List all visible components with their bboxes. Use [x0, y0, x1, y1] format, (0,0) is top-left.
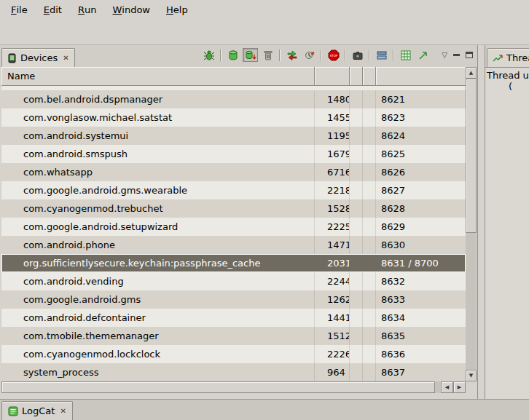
column-header[interactable]: [376, 67, 466, 86]
process-pid: 1512: [315, 327, 350, 345]
cell-spacer: [350, 327, 363, 345]
menu-file[interactable]: File: [3, 0, 36, 20]
update-threads-button[interactable]: [284, 48, 299, 62]
process-name: com.cyanogenmod.lockclock: [1, 345, 315, 363]
column-header[interactable]: [315, 67, 350, 86]
toolbar-separator: [369, 49, 370, 61]
debug-process-button[interactable]: [201, 48, 216, 62]
pixel-perfect-button[interactable]: [415, 48, 431, 62]
cell-spacer: [350, 236, 363, 254]
scroll-right-button[interactable]: ▶: [453, 381, 466, 393]
right-arrow-icon: ▶: [458, 384, 461, 390]
svg-text:STOP: STOP: [330, 53, 338, 57]
horizontal-scroll-thumb[interactable]: [1, 381, 435, 393]
table-row[interactable]: com.android.defcontainer144118634: [1, 309, 466, 327]
scroll-down-button[interactable]: ▼: [466, 370, 477, 381]
process-name: com.android.defcontainer: [1, 309, 315, 327]
screen-capture-button[interactable]: [350, 48, 365, 62]
method-profiling-button[interactable]: [302, 48, 317, 62]
process-table: Name com.bel.android.dspmanager14808621 …: [1, 67, 466, 381]
process-name: org.sufficientlysecure.keychain:passphra…: [1, 254, 315, 272]
table-row[interactable]: com.whatsapp67168626: [1, 163, 466, 181]
process-port: 8624: [376, 127, 466, 145]
table-row[interactable]: com.android.smspush16798625: [1, 145, 466, 163]
process-pid: 964: [315, 363, 350, 381]
cell-spacer: [363, 163, 376, 181]
process-name: com.vonglasow.michael.satstat: [1, 108, 315, 127]
column-header-name[interactable]: Name: [1, 67, 315, 86]
table-row[interactable]: com.android.systemui11958624: [1, 127, 466, 145]
cell-spacer: [363, 127, 376, 145]
cell-spacer: [350, 127, 363, 145]
panel-sash[interactable]: [478, 45, 485, 399]
diagonal-arrow-icon: [418, 49, 429, 61]
menu-run[interactable]: Run: [70, 0, 105, 20]
process-port: 8627: [376, 181, 466, 199]
threads-message-line: (: [487, 81, 528, 92]
scroll-up-button[interactable]: ▲: [466, 67, 477, 79]
table-row[interactable]: com.cyanogenmod.lockclock222658636: [1, 345, 466, 363]
table-row[interactable]: com.android.phone14718630: [1, 236, 466, 254]
process-pid: 1528: [315, 199, 350, 218]
maximize-icon[interactable]: [466, 52, 473, 58]
bottom-tab-bar: LogCat ✕: [0, 399, 529, 420]
cell-spacer: [363, 90, 376, 108]
bug-icon: [203, 49, 215, 61]
stop-process-button[interactable]: STOP: [326, 48, 341, 62]
layers-icon: [376, 49, 388, 61]
close-icon[interactable]: ✕: [61, 54, 68, 62]
menu-accel: F: [11, 4, 16, 15]
update-heap-button[interactable]: [225, 48, 240, 62]
threads-update-icon: [286, 49, 298, 61]
menu-help[interactable]: Help: [158, 0, 196, 20]
process-pid: 12623: [315, 290, 350, 309]
cell-spacer: [350, 145, 363, 163]
close-icon[interactable]: ✕: [58, 407, 66, 415]
process-pid: 22265: [315, 345, 350, 363]
process-port: 8621: [376, 90, 466, 108]
table-row[interactable]: com.android.vending224408632: [1, 272, 466, 290]
table-row-selected[interactable]: org.sufficientlysecure.keychain:passphra…: [1, 254, 466, 272]
menu-accel: H: [166, 4, 173, 15]
threads-message: Thread up (: [485, 67, 529, 399]
dump-hprof-button[interactable]: [243, 48, 258, 62]
menu-accel: R: [78, 4, 85, 15]
menu-bar: File Edit Run Window Help: [0, 0, 529, 20]
vertical-scroll-thumb[interactable]: [466, 79, 477, 233]
table-row[interactable]: com.google.android.gms126238633: [1, 290, 466, 309]
table-row[interactable]: com.bel.android.dspmanager14808621: [1, 90, 466, 108]
horizontal-scrollbar[interactable]: ◀ ▶: [1, 381, 466, 393]
minimize-icon[interactable]: [453, 54, 460, 56]
cause-gc-button[interactable]: [260, 48, 275, 62]
hierarchy-view-button[interactable]: [398, 48, 413, 62]
cell-spacer: [350, 254, 363, 272]
cell-spacer: [350, 181, 363, 199]
menu-label: dit: [50, 4, 62, 15]
stop-icon: STOP: [328, 49, 340, 61]
process-pid: 20311: [315, 254, 350, 272]
table-row[interactable]: com.google.android.gms.wearable221858627: [1, 181, 466, 199]
threads-tab-bar: Threads: [485, 45, 529, 67]
dump-view-hierarchy-button[interactable]: [374, 48, 389, 62]
table-row[interactable]: com.google.android.setupwizard222508629: [1, 218, 466, 236]
view-menu-icon[interactable]: ▽: [442, 52, 447, 59]
table-row[interactable]: com.tmobile.thememanager15128635: [1, 327, 466, 345]
menu-edit[interactable]: Edit: [36, 0, 70, 20]
devices-view: Devices ✕: [0, 45, 478, 399]
menu-window[interactable]: Window: [104, 0, 158, 20]
scroll-left-button[interactable]: ◀: [441, 381, 453, 393]
tab-threads[interactable]: Threads: [487, 48, 529, 67]
process-pid: 1480: [315, 90, 350, 108]
tab-devices[interactable]: Devices ✕: [1, 48, 75, 67]
cell-spacer: [350, 290, 363, 309]
column-header[interactable]: [350, 67, 363, 86]
table-row[interactable]: com.cyanogenmod.trebuchet15288628: [1, 199, 466, 218]
process-port: 8634: [376, 309, 466, 327]
application-toolbar: [0, 20, 529, 45]
table-row[interactable]: system_process9648637: [1, 363, 466, 381]
vertical-scrollbar[interactable]: ▲ ▼: [466, 67, 477, 381]
tab-logcat[interactable]: LogCat ✕: [1, 401, 73, 420]
column-header[interactable]: [363, 67, 376, 86]
cell-spacer: [350, 363, 363, 381]
table-row[interactable]: com.vonglasow.michael.satstat145538623: [1, 108, 466, 127]
